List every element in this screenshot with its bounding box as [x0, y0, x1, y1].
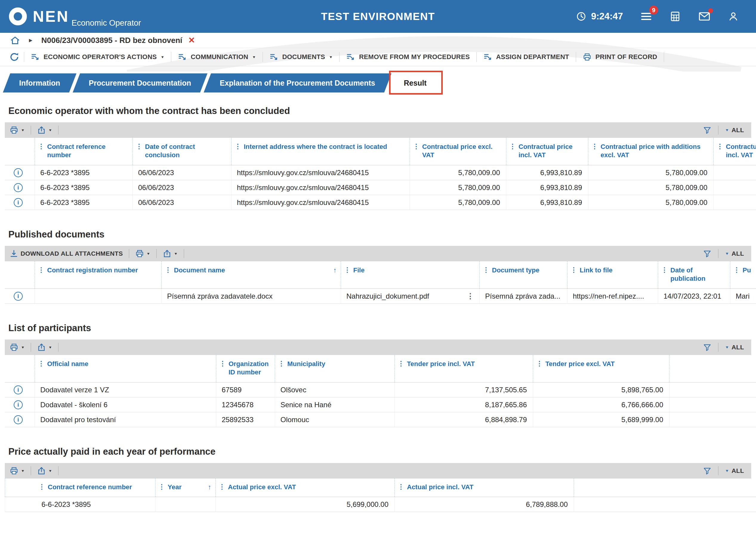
- tab-bar: Information Procurement Documentation Ex…: [0, 73, 756, 93]
- user-profile-button[interactable]: [728, 11, 739, 22]
- export-grid-button[interactable]: ▼: [163, 249, 178, 258]
- info-icon[interactable]: i: [14, 168, 23, 177]
- drag-handle-icon[interactable]: ⋮: [717, 143, 723, 162]
- column-header[interactable]: ⋮Date of publication: [658, 261, 730, 288]
- table-row[interactable]: i6-6-2023 *389506/06/2023https://smlouvy…: [5, 165, 756, 180]
- close-procedure-icon[interactable]: ✕: [188, 35, 195, 45]
- tab-procurement-documentation[interactable]: Procurement Documentation: [76, 73, 204, 93]
- table-row[interactable]: iDodavatel - školení 612345678Senice na …: [5, 397, 756, 412]
- filter-button[interactable]: [703, 126, 712, 135]
- refresh-button[interactable]: [9, 52, 20, 62]
- drag-handle-icon[interactable]: ⋮: [136, 143, 142, 162]
- column-header[interactable]: ⋮Contractual price with additions excl. …: [588, 138, 713, 165]
- export-grid-button[interactable]: ▼: [37, 343, 52, 352]
- info-icon[interactable]: i: [14, 198, 23, 207]
- drag-handle-icon[interactable]: ⋮: [413, 143, 419, 162]
- print-grid-button[interactable]: ▼: [10, 343, 25, 352]
- table-row[interactable]: iDodavatel verze 1 VZ67589Olšovec7,137,5…: [5, 383, 756, 397]
- column-header[interactable]: ⋮Municipality: [275, 355, 395, 382]
- print-grid-button[interactable]: ▼: [135, 249, 150, 258]
- home-button[interactable]: [10, 35, 20, 45]
- filter-button[interactable]: [703, 343, 712, 352]
- drag-handle-icon[interactable]: ⋮: [278, 360, 285, 379]
- messages-button[interactable]: [698, 10, 711, 23]
- drag-handle-icon[interactable]: ⋮: [38, 143, 44, 162]
- filter-button[interactable]: [703, 249, 712, 258]
- column-header[interactable]: ⋮Document name↑: [161, 261, 341, 288]
- info-icon[interactable]: i: [14, 400, 23, 409]
- action-remove-from-my-procedures[interactable]: REMOVE FROM MY PROCEDURES: [340, 53, 476, 62]
- column-header[interactable]: ⋮File: [341, 261, 480, 288]
- drag-handle-icon[interactable]: ⋮: [536, 360, 543, 379]
- rows-filter-all-dropdown[interactable]: ▼ ALL: [725, 250, 744, 257]
- column-header[interactable]: ⋮Contractu incl. VAT: [713, 138, 756, 165]
- column-header[interactable]: ⋮Pu: [730, 261, 756, 288]
- column-header[interactable]: ⋮Internet address where the contract is …: [231, 138, 410, 165]
- download-all-attachments-button[interactable]: DOWNLOAD ALL ATTACHMENTS: [10, 249, 123, 258]
- drag-handle-icon[interactable]: ⋮: [344, 266, 351, 285]
- drag-handle-icon[interactable]: ⋮: [219, 360, 226, 379]
- tab-result[interactable]: Result: [392, 73, 439, 93]
- rows-filter-all-dropdown[interactable]: ▼ ALL: [725, 344, 744, 351]
- filter-button[interactable]: [703, 467, 712, 475]
- export-grid-button[interactable]: ▼: [37, 126, 52, 135]
- action-communication[interactable]: COMMUNICATION ▼: [171, 53, 263, 62]
- drag-handle-icon[interactable]: ⋮: [398, 360, 404, 379]
- nen-logo-icon[interactable]: [9, 8, 27, 25]
- calculator-button[interactable]: [669, 11, 681, 22]
- table-cell: 6-6-2023 *3895: [35, 165, 133, 180]
- drag-handle-icon[interactable]: ⋮: [661, 266, 668, 285]
- column-header[interactable]: ⋮Actual price incl. VAT: [395, 478, 574, 497]
- drag-handle-icon[interactable]: ⋮: [591, 143, 598, 162]
- tab-explanation-of-procurement-documents[interactable]: Explanation of the Procurement Documents: [207, 73, 388, 93]
- table-row[interactable]: i6-6-2023 *389506/06/2023https://smlouvy…: [5, 195, 756, 210]
- column-header[interactable]: ⋮Contract reference number: [5, 478, 155, 497]
- drag-handle-icon[interactable]: ⋮: [38, 360, 44, 379]
- drag-handle-icon[interactable]: ⋮: [158, 483, 165, 494]
- column-header[interactable]: ⋮Actual price excl. VAT: [215, 478, 395, 497]
- drag-handle-icon[interactable]: ⋮: [234, 143, 241, 162]
- table-row[interactable]: 6-6-2023 *38955,699,000.006,789,888.00: [5, 497, 756, 512]
- column-header[interactable]: ⋮Document type: [480, 261, 567, 288]
- info-icon[interactable]: i: [14, 386, 23, 394]
- column-header[interactable]: ⋮Contract reference number: [35, 138, 133, 165]
- column-header[interactable]: ⋮Link to file: [567, 261, 658, 288]
- tab-information[interactable]: Information: [7, 73, 73, 93]
- table-cell: [713, 195, 756, 210]
- drag-handle-icon[interactable]: ⋮: [483, 266, 489, 285]
- drag-handle-icon[interactable]: ⋮: [38, 266, 44, 285]
- column-header[interactable]: ⋮Official name: [35, 355, 216, 382]
- column-header[interactable]: ⋮Contractual price excl. VAT: [410, 138, 506, 165]
- action-assign-department[interactable]: ASSIGN DEPARTMENT: [477, 53, 576, 62]
- column-header[interactable]: ⋮Contract registration number: [35, 261, 161, 288]
- column-header[interactable]: ⋮Year↑: [155, 478, 215, 497]
- drag-handle-icon[interactable]: ⋮: [165, 266, 171, 285]
- table-row[interactable]: iDodavatel pro testování25892533Olomouc6…: [5, 412, 756, 427]
- drag-handle-icon[interactable]: ⋮: [509, 143, 516, 162]
- table-row[interactable]: i6-6-2023 *389506/06/2023https://smlouvy…: [5, 180, 756, 195]
- column-header[interactable]: ⋮Date of contract conclusion: [133, 138, 231, 165]
- export-grid-button[interactable]: ▼: [37, 466, 52, 475]
- drag-handle-icon[interactable]: ⋮: [219, 483, 225, 494]
- info-icon[interactable]: i: [14, 183, 23, 192]
- print-grid-button[interactable]: ▼: [10, 126, 25, 135]
- column-header[interactable]: ⋮Contractual price incl. VAT: [506, 138, 588, 165]
- drag-handle-icon[interactable]: ⋮: [398, 483, 404, 494]
- column-header[interactable]: ⋮Tender price incl. VAT: [395, 355, 533, 382]
- action-economic-operators-actions[interactable]: ECONOMIC OPERATOR'S ACTIONS ▼: [24, 53, 171, 62]
- print-grid-button[interactable]: ▼: [10, 466, 25, 475]
- drag-handle-icon[interactable]: ⋮: [38, 483, 45, 494]
- column-header[interactable]: ⋮Organization ID number: [216, 355, 275, 382]
- drag-handle-icon[interactable]: ⋮: [570, 266, 577, 285]
- notifications-menu-button[interactable]: 9: [640, 11, 652, 22]
- table-row[interactable]: iPísemná zpráva zadavatele.docxNahrazuji…: [5, 289, 756, 304]
- column-header[interactable]: ⋮Tender price excl. VAT: [533, 355, 669, 382]
- drag-handle-icon[interactable]: ⋮: [733, 266, 740, 285]
- action-documents[interactable]: DOCUMENTS ▼: [263, 53, 339, 62]
- rows-filter-all-dropdown[interactable]: ▼ ALL: [725, 467, 744, 475]
- row-menu-icon[interactable]: ⋮: [463, 292, 474, 301]
- info-icon[interactable]: i: [14, 292, 23, 301]
- info-icon[interactable]: i: [14, 415, 23, 424]
- action-print-of-record[interactable]: PRINT OF RECORD: [576, 53, 664, 62]
- rows-filter-all-dropdown[interactable]: ▼ ALL: [725, 127, 744, 134]
